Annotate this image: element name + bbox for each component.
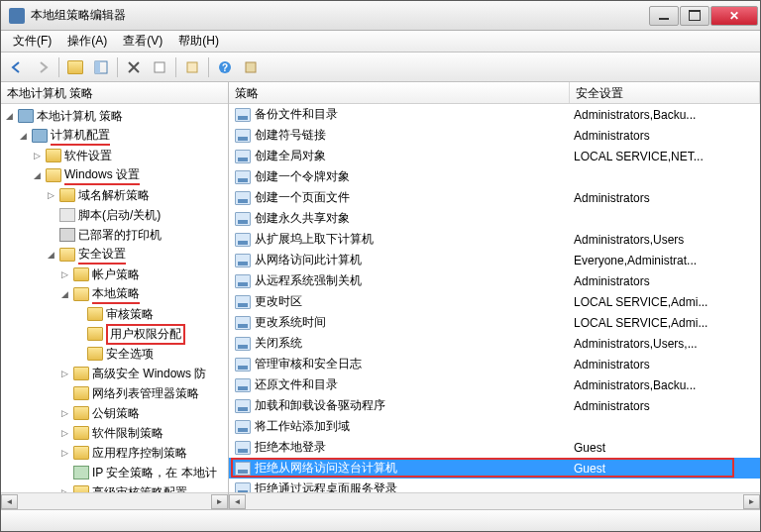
expand-icon[interactable]: ◢ xyxy=(45,249,56,261)
tree-printers[interactable]: 已部署的打印机 xyxy=(1,225,228,245)
tree-dns-policy[interactable]: ▷域名解析策略 xyxy=(1,185,228,205)
forward-button[interactable] xyxy=(31,55,54,79)
expand-icon[interactable]: ◢ xyxy=(31,169,43,181)
menu-action[interactable]: 操作(A) xyxy=(59,31,115,52)
list-row[interactable]: 创建一个页面文件Administrators xyxy=(229,187,760,208)
tree-scripts[interactable]: 脚本(启动/关机) xyxy=(1,205,228,225)
folder-icon xyxy=(46,168,61,182)
scroll-left-button[interactable]: ◄ xyxy=(229,494,246,509)
menu-file[interactable]: 文件(F) xyxy=(5,31,59,52)
minimize-button[interactable] xyxy=(649,6,679,26)
tree-net-list[interactable]: 网络列表管理器策略 xyxy=(1,383,228,403)
policy-cell: 关闭系统 xyxy=(229,335,570,352)
back-button[interactable] xyxy=(5,55,29,79)
setting-cell: Administrators xyxy=(570,358,760,372)
policy-text: 从网络访问此计算机 xyxy=(255,252,362,268)
list-row[interactable]: 创建永久共享对象 xyxy=(229,208,760,229)
tree-user-rights[interactable]: 用户权限分配 xyxy=(1,324,228,344)
tree-ip-sec[interactable]: IP 安全策略，在 本地计 xyxy=(1,463,228,482)
tree-pubkey[interactable]: ▷公钥策略 xyxy=(1,403,228,423)
tree-local-policy[interactable]: ◢本地策略 xyxy=(1,284,228,304)
tree-body[interactable]: ◢本地计算机 策略 ◢计算机配置 ▷软件设置 ◢Windows 设置 ▷域名解析… xyxy=(1,104,228,492)
list-row[interactable]: 加载和卸载设备驱动程序Administrators xyxy=(229,395,760,416)
policy-icon xyxy=(235,378,251,392)
tree-label: 软件限制策略 xyxy=(92,425,163,442)
tree-adv-firewall[interactable]: ▷高级安全 Windows 防 xyxy=(1,364,228,383)
folder-icon xyxy=(73,367,89,380)
policy-cell: 加载和卸载设备驱动程序 xyxy=(229,397,570,414)
export-button[interactable] xyxy=(180,55,204,79)
menu-help[interactable]: 帮助(H) xyxy=(170,31,227,52)
svg-rect-6 xyxy=(246,62,256,72)
expand-icon[interactable]: ▷ xyxy=(58,407,70,419)
list-row[interactable]: 从网络访问此计算机Everyone,Administrat... xyxy=(229,250,760,270)
list-row[interactable]: 从扩展坞上取下计算机Administrators,Users xyxy=(229,229,760,250)
list-row[interactable]: 拒绝本地登录Guest xyxy=(229,437,760,458)
menu-view[interactable]: 查看(V) xyxy=(115,31,170,52)
tree-comp-config[interactable]: ◢计算机配置 xyxy=(1,126,228,146)
properties-button[interactable] xyxy=(148,55,171,79)
col-policy[interactable]: 策略 xyxy=(229,82,570,103)
list-row[interactable]: 创建符号链接Administrators xyxy=(229,125,760,146)
tree-sec-settings[interactable]: ◢安全设置 xyxy=(1,245,228,265)
expand-icon[interactable]: ◢ xyxy=(58,288,70,300)
list-row[interactable]: 管理审核和安全日志Administrators xyxy=(229,354,760,374)
tree-header: 本地计算机 策略 xyxy=(1,82,228,104)
up-button[interactable] xyxy=(63,55,87,79)
list-row[interactable]: 创建全局对象LOCAL SERVICE,NET... xyxy=(229,146,760,166)
tree-label: 计算机配置 xyxy=(51,127,110,146)
list-row[interactable]: 关闭系统Administrators,Users,... xyxy=(229,333,760,354)
help-button[interactable]: ? xyxy=(213,55,237,79)
expand-icon[interactable]: ▷ xyxy=(45,189,56,201)
list-body[interactable]: 备份文件和目录Administrators,Backu...创建符号链接Admi… xyxy=(229,104,760,492)
tree-app-control[interactable]: ▷应用程序控制策略 xyxy=(1,443,228,463)
tree-label: 域名解析策略 xyxy=(78,187,150,204)
policy-cell: 拒绝本地登录 xyxy=(229,439,570,456)
tree-soft-restrict[interactable]: ▷软件限制策略 xyxy=(1,423,228,443)
maximize-button[interactable] xyxy=(680,6,709,26)
list-row[interactable]: 拒绝通过远程桌面服务登录 xyxy=(229,479,760,492)
policy-text: 管理审核和安全日志 xyxy=(255,356,362,372)
expand-icon[interactable]: ▷ xyxy=(58,427,70,439)
list-row[interactable]: 从远程系统强制关机Administrators xyxy=(229,270,760,291)
tree-audit-policy[interactable]: 审核策略 xyxy=(1,304,228,324)
expand-icon[interactable]: ▷ xyxy=(58,447,70,459)
folder-icon xyxy=(73,406,89,420)
policy-text: 还原文件和目录 xyxy=(255,376,338,393)
expand-icon[interactable]: ▷ xyxy=(58,268,70,280)
expand-icon[interactable]: ▷ xyxy=(58,368,70,379)
list-row[interactable]: 创建一个令牌对象 xyxy=(229,166,760,187)
tree-label: 安全选项 xyxy=(106,346,154,363)
show-hide-tree-button[interactable] xyxy=(89,55,113,79)
list-row[interactable]: 更改系统时间LOCAL SERVICE,Admi... xyxy=(229,312,760,333)
scroll-right-button[interactable]: ► xyxy=(743,494,760,509)
policy-cell: 还原文件和目录 xyxy=(229,376,570,393)
expand-icon[interactable]: ◢ xyxy=(3,110,15,122)
col-security[interactable]: 安全设置 xyxy=(570,82,760,103)
tree-root[interactable]: ◢本地计算机 策略 xyxy=(1,106,228,126)
refresh-button[interactable] xyxy=(239,55,263,79)
tree-account-policy[interactable]: ▷帐户策略 xyxy=(1,265,228,284)
tree-win-settings[interactable]: ◢Windows 设置 xyxy=(1,165,228,185)
policy-cell: 将工作站添加到域 xyxy=(229,418,570,435)
list-row[interactable]: 还原文件和目录Administrators,Backu... xyxy=(229,374,760,395)
tree-sec-options[interactable]: 安全选项 xyxy=(1,344,228,364)
expand-icon[interactable]: ▷ xyxy=(31,150,43,161)
tree-adv-audit[interactable]: ▷高级审核策略配置 xyxy=(1,482,228,492)
list-row[interactable]: 拒绝从网络访问这台计算机Guest xyxy=(229,458,760,479)
policy-text: 创建符号链接 xyxy=(255,127,326,144)
policy-cell: 创建一个令牌对象 xyxy=(229,168,570,185)
expand-icon[interactable]: ◢ xyxy=(17,130,29,142)
scroll-left-button[interactable]: ◄ xyxy=(1,494,18,509)
list-row[interactable]: 备份文件和目录Administrators,Backu... xyxy=(229,104,760,125)
list-row[interactable]: 将工作站添加到域 xyxy=(229,416,760,437)
tree-hscroll[interactable]: ◄ ► xyxy=(1,492,228,509)
folder-icon xyxy=(59,188,75,202)
close-button[interactable] xyxy=(710,6,758,26)
list-row[interactable]: 更改时区LOCAL SERVICE,Admi... xyxy=(229,291,760,312)
tree-soft-settings[interactable]: ▷软件设置 xyxy=(1,146,228,165)
scroll-right-button[interactable]: ► xyxy=(211,494,228,509)
list-hscroll[interactable]: ◄ ► xyxy=(229,492,760,509)
delete-button[interactable] xyxy=(122,55,146,79)
separator xyxy=(208,57,209,77)
